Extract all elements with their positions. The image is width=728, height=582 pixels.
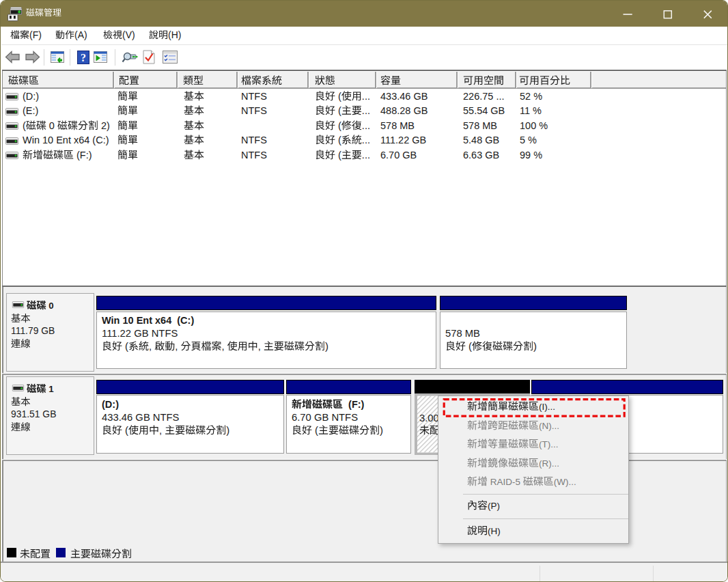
svg-text:): ) [533,341,537,352]
svg-text:(: ( [335,150,341,161]
svg-text:(P): (P) [488,501,500,511]
svg-text:(A): (A) [74,29,87,40]
svg-text:...: ... [362,150,370,161]
svg-text:(: ( [335,120,341,131]
svg-text:(: ( [335,105,341,116]
svg-text:?: ? [81,52,86,64]
svg-text:111.22 GB: 111.22 GB [380,135,426,146]
svg-text:578 MB: 578 MB [380,120,415,131]
svg-text:433.46 GB: 433.46 GB [380,91,428,102]
svg-text:NTFS: NTFS [241,105,267,116]
svg-text:...: ... [362,135,370,146]
svg-text:(F): (F) [29,29,42,40]
svg-text:...: ... [362,91,370,102]
svg-text:(: ( [312,425,318,436]
svg-text:(: ( [335,91,341,102]
svg-text:0: 0 [46,301,54,311]
svg-text:6.70 GB: 6.70 GB [380,150,417,161]
svg-text:(N)...: (N)... [539,421,559,431]
svg-text:(: ( [466,341,472,352]
svg-text:55.54 GB: 55.54 GB [463,105,505,116]
svg-text:,: , [175,341,180,352]
svg-text:488.28 GB: 488.28 GB [380,105,428,116]
svg-text:(: ( [122,341,128,352]
svg-text:RAID-5: RAID-5 [488,477,523,487]
svg-text:5 %: 5 % [520,135,537,146]
svg-text:(: ( [122,425,128,436]
svg-text:(D:): (D:) [23,91,39,102]
svg-text:...: ... [362,120,370,131]
svg-text:(E:): (E:) [23,105,38,116]
svg-text:NTFS: NTFS [241,91,267,102]
svg-text:5.48 GB: 5.48 GB [463,135,499,146]
svg-text:2): 2) [98,120,110,131]
svg-text:,: , [258,341,264,352]
svg-text:(: ( [23,120,26,131]
svg-text:NTFS: NTFS [241,135,267,146]
svg-text:): ) [325,341,328,352]
svg-text:11 %: 11 % [520,105,542,116]
svg-text:6.63 GB: 6.63 GB [463,150,499,161]
svg-text:226.75 ...: 226.75 ... [463,91,504,102]
svg-text:,: , [159,425,165,436]
svg-text:99 %: 99 % [520,150,542,161]
svg-text:(R)...: (R)... [539,458,559,469]
svg-text:100 %: 100 % [520,120,548,131]
svg-text:NTFS: NTFS [241,150,267,161]
svg-text:578 MB: 578 MB [463,120,497,131]
svg-text:(H): (H) [168,29,181,40]
svg-text:(V): (V) [122,29,135,40]
svg-text:1: 1 [46,384,55,394]
svg-text:): ) [226,425,229,436]
svg-text:(T)...: (T)... [539,439,559,449]
svg-text:,: , [221,341,227,352]
svg-text:,: , [149,341,154,352]
svg-text:...: ... [362,105,370,116]
svg-text:Win 10 Ent x64 (C:): Win 10 Ent x64 (C:) [23,135,109,146]
svg-text:): ) [380,425,383,436]
svg-text:(H): (H) [488,526,501,536]
svg-text:(W)...: (W)... [554,477,576,487]
svg-text:(F:): (F:) [74,150,92,161]
svg-text:0: 0 [46,120,57,131]
svg-text:(: ( [335,135,341,146]
svg-text:52 %: 52 % [520,91,542,102]
